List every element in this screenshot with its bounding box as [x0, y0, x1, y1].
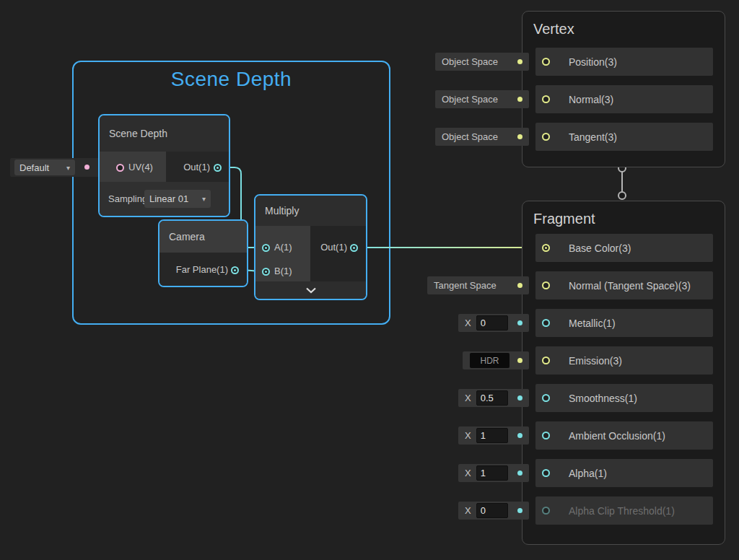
uv-slot-widget: Default ▾ — [10, 158, 101, 177]
block-row-ambient-occlusion[interactable]: Ambient Occlusion(1) — [535, 421, 713, 450]
x-prefix-label: X — [465, 505, 471, 516]
b-input-port[interactable] — [262, 268, 270, 276]
out-port-label: Out(1) — [320, 242, 347, 253]
row-label: Base Color(3) — [569, 242, 631, 254]
a-port-label: A(1) — [274, 242, 292, 253]
emission-color-widget[interactable]: HDR — [463, 351, 529, 369]
metallic-input-port[interactable] — [542, 319, 550, 327]
chevron-down-icon — [305, 287, 317, 294]
uv-slot-dot — [84, 165, 89, 170]
b-port-label: B(1) — [274, 266, 292, 276]
tangent-input-port[interactable] — [542, 133, 550, 141]
widget-dot — [517, 97, 522, 102]
ambient-occlusion-value-widget: X — [458, 426, 529, 445]
out-output-port[interactable] — [214, 164, 222, 172]
node-multiply[interactable]: Multiply A(1) B(1) Out(1) — [254, 194, 367, 300]
normal-input-port[interactable] — [542, 95, 550, 103]
smoothness-value-field[interactable] — [476, 390, 508, 406]
widget-dot — [517, 320, 522, 325]
widget-dot — [517, 59, 522, 64]
sampling-label: Sampling — [108, 193, 144, 204]
group-title: Scene Depth — [74, 68, 389, 91]
position-input-port[interactable] — [542, 58, 550, 66]
block-row-alpha-clip-threshold[interactable]: Alpha Clip Threshold(1) — [535, 496, 713, 525]
widget-dot — [517, 433, 522, 438]
x-prefix-label: X — [465, 393, 471, 403]
block-row-metallic[interactable]: Metallic(1) — [535, 309, 713, 337]
row-label: Alpha Clip Threshold(1) — [569, 505, 675, 517]
space-label: Object Space — [435, 94, 498, 105]
dropdown-arrow-icon: ▾ — [202, 195, 206, 203]
hdr-color-swatch[interactable]: HDR — [470, 353, 510, 368]
space-label: Tangent Space — [427, 280, 497, 291]
x-prefix-label: X — [465, 468, 471, 478]
normal-ts-input-port[interactable] — [542, 281, 550, 289]
block-row-base-color[interactable]: Base Color(3) — [535, 234, 713, 262]
far-plane-label: Far Plane(1) — [176, 253, 228, 286]
alpha-input-port[interactable] — [542, 469, 550, 477]
preview-expander[interactable] — [255, 281, 366, 299]
block-row-normal[interactable]: Normal(3) — [535, 85, 713, 113]
block-row-tangent[interactable]: Tangent(3) — [535, 123, 713, 151]
alpha-clip-value-field[interactable] — [476, 503, 508, 518]
block-row-normal-ts[interactable]: Normal (Tangent Space)(3) — [535, 271, 713, 299]
block-row-smoothness[interactable]: Smoothness(1) — [535, 384, 713, 412]
alpha-clip-input-port[interactable] — [542, 507, 550, 515]
shader-graph-canvas[interactable]: Scene Depth — [0, 0, 739, 560]
widget-dot — [517, 471, 522, 476]
base-color-input-port[interactable] — [542, 244, 550, 252]
alpha-value-field[interactable] — [476, 465, 508, 481]
node-title: Multiply — [255, 196, 366, 226]
uv-channel-value: Default — [19, 162, 49, 173]
node-title: Scene Depth — [100, 115, 229, 152]
uv-port-label: UV(4) — [128, 152, 153, 182]
smoothness-input-port[interactable] — [542, 394, 550, 402]
a-input-port[interactable] — [262, 244, 270, 252]
x-prefix-label: X — [465, 430, 471, 441]
far-plane-output-port[interactable] — [231, 266, 239, 274]
metallic-value-field[interactable] — [476, 315, 508, 331]
row-label: Ambient Occlusion(1) — [569, 430, 665, 442]
block-row-position[interactable]: Position(3) — [535, 48, 713, 76]
tangent-space-widget[interactable]: Object Space — [435, 128, 529, 146]
uv-input-port[interactable] — [116, 164, 124, 172]
node-title: Camera — [159, 221, 247, 253]
node-camera[interactable]: Camera Far Plane(1) — [158, 219, 248, 287]
row-label: Position(3) — [569, 56, 617, 68]
row-label: Tangent(3) — [569, 131, 617, 143]
row-label: Alpha(1) — [569, 468, 607, 479]
widget-dot — [517, 134, 522, 139]
sampling-value: Linear 01 — [149, 193, 188, 204]
widget-dot — [517, 358, 522, 363]
vertex-block-title: Vertex — [533, 21, 574, 38]
row-label: Emission(3) — [569, 355, 622, 367]
emission-input-port[interactable] — [542, 356, 550, 364]
uv-channel-dropdown[interactable]: Default ▾ — [14, 159, 75, 175]
vertex-block[interactable]: Vertex Position(3) Normal(3) Tangent(3) — [522, 11, 725, 167]
position-space-widget[interactable]: Object Space — [435, 53, 529, 71]
sampling-dropdown[interactable]: Linear 01 ▾ — [144, 190, 211, 208]
stack-connector — [618, 165, 626, 199]
out-port-label: Out(1) — [183, 152, 210, 182]
output-section — [310, 226, 366, 281]
alpha-value-widget: X — [458, 464, 529, 482]
normal-ts-space-widget[interactable]: Tangent Space — [427, 276, 529, 294]
dropdown-arrow-icon: ▾ — [66, 164, 70, 172]
row-label: Normal(3) — [569, 94, 613, 105]
row-label: Smoothness(1) — [569, 393, 637, 404]
row-label: Normal (Tangent Space)(3) — [569, 280, 691, 292]
block-row-alpha[interactable]: Alpha(1) — [535, 459, 713, 487]
node-scene-depth[interactable]: Scene Depth UV(4) Out(1) Sampling Linear… — [98, 114, 230, 217]
out-output-port[interactable] — [350, 244, 358, 252]
widget-dot — [517, 508, 522, 513]
metallic-value-widget: X — [458, 314, 529, 332]
sampling-row: Sampling Linear 01 ▾ — [100, 182, 229, 216]
normal-space-widget[interactable]: Object Space — [435, 90, 529, 108]
fragment-block-title: Fragment — [533, 211, 595, 227]
block-row-emission[interactable]: Emission(3) — [535, 346, 713, 375]
ambient-occlusion-input-port[interactable] — [542, 432, 550, 439]
ambient-occlusion-value-field[interactable] — [476, 428, 508, 443]
space-label: Object Space — [435, 56, 498, 67]
fragment-block[interactable]: Fragment Base Color(3) Normal (Tangent S… — [522, 201, 725, 545]
alpha-clip-value-widget: X — [458, 502, 529, 520]
